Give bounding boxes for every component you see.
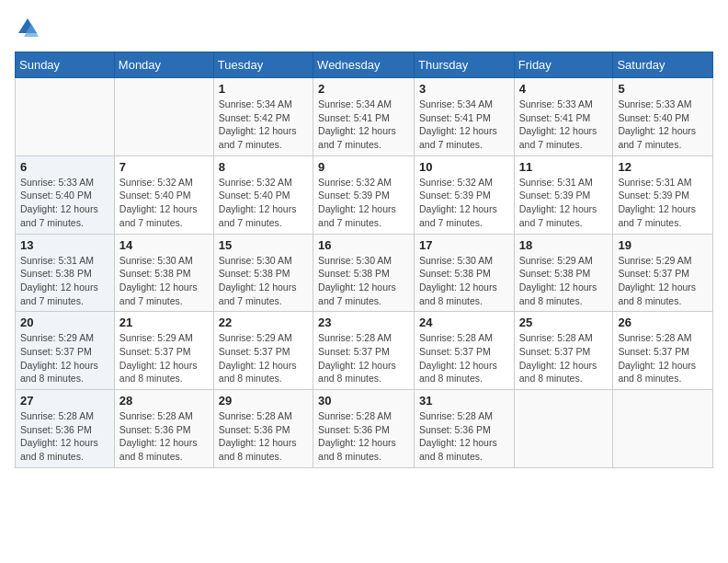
day-info: Sunrise: 5:28 AM Sunset: 5:37 PM Dayligh… xyxy=(618,331,708,385)
day-number: 29 xyxy=(219,394,308,408)
day-number: 1 xyxy=(219,82,308,96)
calendar-cell xyxy=(514,390,613,468)
day-info: Sunrise: 5:29 AM Sunset: 5:37 PM Dayligh… xyxy=(618,254,708,308)
calendar-cell: 24Sunrise: 5:28 AM Sunset: 5:37 PM Dayli… xyxy=(415,312,515,390)
day-header-friday: Friday xyxy=(514,52,613,78)
day-info: Sunrise: 5:30 AM Sunset: 5:38 PM Dayligh… xyxy=(219,254,308,308)
calendar-cell: 19Sunrise: 5:29 AM Sunset: 5:37 PM Dayli… xyxy=(613,234,713,312)
day-number: 26 xyxy=(618,316,708,329)
day-info: Sunrise: 5:31 AM Sunset: 5:39 PM Dayligh… xyxy=(519,176,609,230)
calendar-cell: 3Sunrise: 5:34 AM Sunset: 5:41 PM Daylig… xyxy=(415,78,515,156)
calendar-cell: 9Sunrise: 5:32 AM Sunset: 5:39 PM Daylig… xyxy=(313,155,415,234)
calendar-cell: 25Sunrise: 5:28 AM Sunset: 5:37 PM Dayli… xyxy=(514,312,613,390)
day-info: Sunrise: 5:32 AM Sunset: 5:40 PM Dayligh… xyxy=(119,176,209,230)
calendar-cell: 2Sunrise: 5:34 AM Sunset: 5:41 PM Daylig… xyxy=(313,78,415,156)
day-number: 19 xyxy=(618,238,708,252)
day-info: Sunrise: 5:29 AM Sunset: 5:37 PM Dayligh… xyxy=(119,331,209,385)
calendar-cell: 12Sunrise: 5:31 AM Sunset: 5:39 PM Dayli… xyxy=(613,155,713,234)
day-info: Sunrise: 5:32 AM Sunset: 5:39 PM Dayligh… xyxy=(318,176,409,230)
day-number: 5 xyxy=(618,82,708,96)
day-info: Sunrise: 5:28 AM Sunset: 5:37 PM Dayligh… xyxy=(519,331,609,385)
day-number: 3 xyxy=(419,82,509,96)
day-info: Sunrise: 5:30 AM Sunset: 5:38 PM Dayligh… xyxy=(419,254,509,308)
calendar-cell: 5Sunrise: 5:33 AM Sunset: 5:40 PM Daylig… xyxy=(613,78,713,156)
calendar-cell: 31Sunrise: 5:28 AM Sunset: 5:36 PM Dayli… xyxy=(415,390,515,468)
day-number: 20 xyxy=(20,316,109,329)
calendar-cell: 8Sunrise: 5:32 AM Sunset: 5:40 PM Daylig… xyxy=(213,155,313,234)
day-info: Sunrise: 5:28 AM Sunset: 5:36 PM Dayligh… xyxy=(419,409,509,464)
day-number: 30 xyxy=(318,394,409,408)
day-info: Sunrise: 5:29 AM Sunset: 5:37 PM Dayligh… xyxy=(219,331,308,385)
calendar-cell: 18Sunrise: 5:29 AM Sunset: 5:38 PM Dayli… xyxy=(514,234,613,312)
day-info: Sunrise: 5:34 AM Sunset: 5:42 PM Dayligh… xyxy=(219,98,308,152)
day-info: Sunrise: 5:30 AM Sunset: 5:38 PM Dayligh… xyxy=(318,254,409,308)
day-number: 15 xyxy=(219,238,308,252)
day-info: Sunrise: 5:28 AM Sunset: 5:37 PM Dayligh… xyxy=(318,331,409,385)
calendar-cell: 13Sunrise: 5:31 AM Sunset: 5:38 PM Dayli… xyxy=(16,234,115,312)
day-number: 13 xyxy=(20,238,109,252)
day-info: Sunrise: 5:33 AM Sunset: 5:40 PM Dayligh… xyxy=(618,98,708,152)
day-info: Sunrise: 5:34 AM Sunset: 5:41 PM Dayligh… xyxy=(318,98,409,152)
calendar-cell: 10Sunrise: 5:32 AM Sunset: 5:39 PM Dayli… xyxy=(415,155,515,234)
calendar-cell: 28Sunrise: 5:28 AM Sunset: 5:36 PM Dayli… xyxy=(114,390,213,468)
calendar-cell: 17Sunrise: 5:30 AM Sunset: 5:38 PM Dayli… xyxy=(415,234,515,312)
calendar-cell: 4Sunrise: 5:33 AM Sunset: 5:41 PM Daylig… xyxy=(514,78,613,156)
calendar-cell: 26Sunrise: 5:28 AM Sunset: 5:37 PM Dayli… xyxy=(613,312,713,390)
day-number: 18 xyxy=(519,238,609,252)
day-number: 21 xyxy=(119,316,209,329)
calendar: SundayMondayTuesdayWednesdayThursdayFrid… xyxy=(15,52,713,468)
day-number: 10 xyxy=(419,160,509,174)
logo xyxy=(15,15,44,40)
day-number: 2 xyxy=(318,82,409,96)
calendar-week-row: 20Sunrise: 5:29 AM Sunset: 5:37 PM Dayli… xyxy=(16,312,713,390)
day-number: 4 xyxy=(519,82,609,96)
day-number: 17 xyxy=(419,238,509,252)
day-header-thursday: Thursday xyxy=(415,52,515,78)
logo-icon xyxy=(15,15,40,40)
calendar-cell: 11Sunrise: 5:31 AM Sunset: 5:39 PM Dayli… xyxy=(514,155,613,234)
day-number: 8 xyxy=(219,160,308,174)
day-number: 25 xyxy=(519,316,609,329)
day-number: 28 xyxy=(119,394,209,408)
day-number: 24 xyxy=(419,316,509,329)
calendar-cell: 14Sunrise: 5:30 AM Sunset: 5:38 PM Dayli… xyxy=(114,234,213,312)
calendar-cell: 16Sunrise: 5:30 AM Sunset: 5:38 PM Dayli… xyxy=(313,234,415,312)
day-info: Sunrise: 5:31 AM Sunset: 5:39 PM Dayligh… xyxy=(618,176,708,230)
calendar-cell: 6Sunrise: 5:33 AM Sunset: 5:40 PM Daylig… xyxy=(16,155,115,234)
day-number: 27 xyxy=(20,394,109,408)
day-number: 22 xyxy=(219,316,308,329)
calendar-week-row: 6Sunrise: 5:33 AM Sunset: 5:40 PM Daylig… xyxy=(16,155,713,234)
calendar-cell: 1Sunrise: 5:34 AM Sunset: 5:42 PM Daylig… xyxy=(213,78,313,156)
calendar-cell xyxy=(114,78,213,156)
calendar-header-row: SundayMondayTuesdayWednesdayThursdayFrid… xyxy=(16,52,713,78)
day-number: 23 xyxy=(318,316,409,329)
day-number: 14 xyxy=(119,238,209,252)
calendar-week-row: 1Sunrise: 5:34 AM Sunset: 5:42 PM Daylig… xyxy=(16,78,713,156)
day-number: 9 xyxy=(318,160,409,174)
day-header-sunday: Sunday xyxy=(16,52,115,78)
calendar-cell: 15Sunrise: 5:30 AM Sunset: 5:38 PM Dayli… xyxy=(213,234,313,312)
calendar-cell: 20Sunrise: 5:29 AM Sunset: 5:37 PM Dayli… xyxy=(16,312,115,390)
day-header-saturday: Saturday xyxy=(613,52,713,78)
day-number: 11 xyxy=(519,160,609,174)
day-info: Sunrise: 5:28 AM Sunset: 5:36 PM Dayligh… xyxy=(318,409,409,464)
day-header-tuesday: Tuesday xyxy=(213,52,313,78)
calendar-cell: 27Sunrise: 5:28 AM Sunset: 5:36 PM Dayli… xyxy=(16,390,115,468)
day-number: 7 xyxy=(119,160,209,174)
day-info: Sunrise: 5:32 AM Sunset: 5:39 PM Dayligh… xyxy=(419,176,509,230)
day-info: Sunrise: 5:28 AM Sunset: 5:36 PM Dayligh… xyxy=(119,409,209,464)
day-info: Sunrise: 5:31 AM Sunset: 5:38 PM Dayligh… xyxy=(20,254,109,308)
day-header-monday: Monday xyxy=(114,52,213,78)
calendar-cell: 21Sunrise: 5:29 AM Sunset: 5:37 PM Dayli… xyxy=(114,312,213,390)
day-info: Sunrise: 5:28 AM Sunset: 5:36 PM Dayligh… xyxy=(219,409,308,464)
calendar-cell: 23Sunrise: 5:28 AM Sunset: 5:37 PM Dayli… xyxy=(313,312,415,390)
day-info: Sunrise: 5:34 AM Sunset: 5:41 PM Dayligh… xyxy=(419,98,509,152)
day-number: 31 xyxy=(419,394,509,408)
calendar-week-row: 13Sunrise: 5:31 AM Sunset: 5:38 PM Dayli… xyxy=(16,234,713,312)
day-info: Sunrise: 5:29 AM Sunset: 5:38 PM Dayligh… xyxy=(519,254,609,308)
day-info: Sunrise: 5:28 AM Sunset: 5:36 PM Dayligh… xyxy=(20,409,109,464)
day-number: 6 xyxy=(20,160,109,174)
page-header xyxy=(15,15,713,40)
calendar-week-row: 27Sunrise: 5:28 AM Sunset: 5:36 PM Dayli… xyxy=(16,390,713,468)
calendar-cell: 7Sunrise: 5:32 AM Sunset: 5:40 PM Daylig… xyxy=(114,155,213,234)
